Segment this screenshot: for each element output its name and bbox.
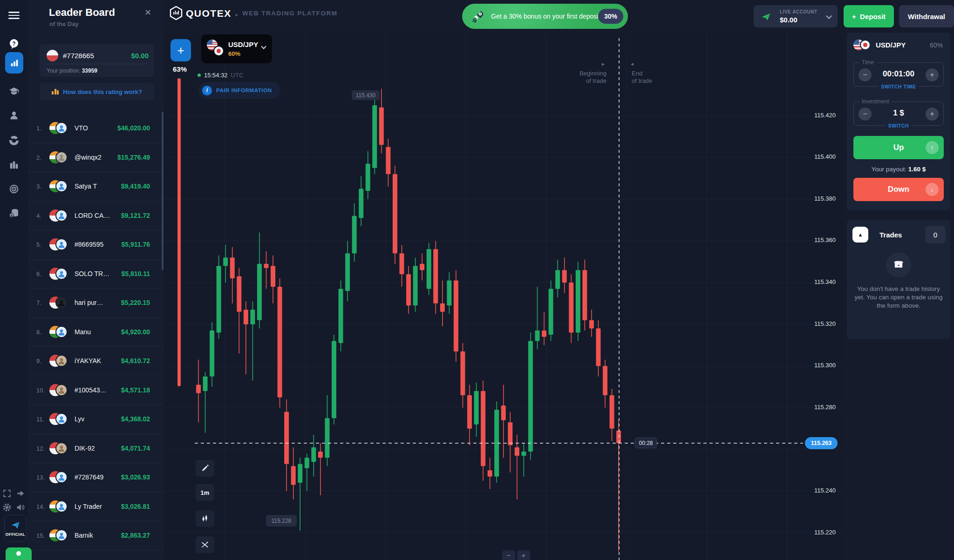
session-low-label: 115.228 — [266, 515, 297, 526]
user-amount: $0.00 — [131, 52, 149, 60]
trader-name: SOLO TR… — [75, 270, 109, 277]
deposit-button[interactable]: + Deposit — [844, 5, 894, 27]
leaderboard-row[interactable]: 14. Ly Trader $3,026.81 — [28, 493, 164, 522]
arrow-up-icon: ↑ — [926, 141, 939, 154]
leaderboard-row[interactable]: 7. hari pur… $5,220.15 — [28, 289, 164, 318]
avatar — [49, 180, 68, 193]
switch-link[interactable]: SWITCH — [886, 123, 912, 128]
sidebar-item-leaderboard[interactable] — [5, 52, 23, 74]
education-icon[interactable] — [0, 82, 28, 101]
leaderboard-row[interactable]: 9. iYAKYAK $4,610.72 — [28, 347, 164, 376]
candlestick-chart[interactable] — [164, 33, 843, 560]
price-axis-label: 115.220 — [803, 529, 836, 536]
menu-icon[interactable] — [8, 12, 20, 19]
trades-collapse-button[interactable]: ▲ — [852, 227, 868, 243]
avatar — [49, 413, 68, 425]
support-chat-button[interactable] — [6, 547, 32, 560]
price-axis-label: 115.380 — [803, 195, 836, 202]
profit-amount: $3,026.81 — [121, 503, 150, 510]
trader-name: Lyv — [75, 415, 84, 423]
avatar — [49, 471, 68, 484]
leaderboard-row[interactable]: 6. SOLO TR… $5,810.11 — [28, 260, 164, 289]
pair-information-button[interactable]: i PAIR INFORMATION — [198, 82, 280, 99]
leaderboard-title: Leader Board — [49, 7, 115, 19]
leaderboard-row[interactable]: 13. #7287649 $3,026.93 — [28, 463, 164, 493]
online-dot-icon — [198, 74, 201, 77]
profit-amount: $15,276.49 — [117, 154, 150, 161]
help-icon[interactable]: ? — [0, 34, 28, 53]
rank-label: 9. — [36, 358, 41, 364]
leaderboard-row[interactable]: 3. Satya T $9,419.40 — [28, 172, 164, 202]
leaderboard-row[interactable]: 10. #100543… $4,571.18 — [28, 376, 164, 405]
empty-box-icon — [886, 252, 911, 277]
up-button[interactable]: Up ↑ — [853, 136, 944, 159]
zoom-in-button[interactable]: + — [517, 550, 530, 560]
leaderboard-row[interactable]: 2. @winqx2 $15,276.49 — [28, 143, 164, 173]
rating-info-link[interactable]: How does this rating work? — [40, 83, 154, 101]
down-button[interactable]: Down ↓ — [853, 178, 944, 201]
indicators-button[interactable] — [196, 536, 214, 553]
avatar-icon — [55, 500, 68, 513]
panel-payout-percent: 60% — [930, 41, 943, 49]
rank-label: 13. — [36, 474, 45, 481]
chart-type-button[interactable] — [196, 510, 214, 527]
profit-amount: $4,368.02 — [121, 415, 150, 423]
official-telegram-badge[interactable]: OFFICIAL — [4, 515, 27, 542]
bonuses-icon[interactable]: $ — [0, 204, 28, 223]
leaderboard-row[interactable]: 4. LORD CA… $9,121.72 — [28, 202, 164, 231]
add-asset-button[interactable]: + — [170, 39, 191, 61]
zoom-out-button[interactable]: − — [502, 550, 515, 560]
price-axis-label: 115.340 — [803, 278, 836, 285]
avatar-icon — [55, 122, 68, 134]
signals-icon[interactable] — [0, 180, 28, 198]
profit-amount: $46,020.00 — [117, 124, 150, 132]
investment-increase-button[interactable]: + — [926, 108, 939, 121]
official-label: OFFICIAL — [6, 532, 25, 537]
trader-name: hari pur… — [75, 299, 103, 306]
leaderboard-row[interactable]: 11. Lyv $4,368.02 — [28, 405, 164, 434]
withdrawal-button[interactable]: Withdrawal — [899, 5, 954, 27]
user-position: Your position: 33959 — [47, 67, 97, 74]
leaderboard-row[interactable]: 15. Barnik $2,863.27 — [28, 521, 164, 551]
leaderboard-row[interactable]: 8. Manu $4,920.00 — [28, 318, 164, 347]
avatar-icon — [55, 413, 68, 425]
begin-marker-icon: ► — [601, 61, 606, 67]
avatar — [49, 122, 68, 135]
avatar-icon — [55, 297, 68, 309]
draw-tool-button[interactable] — [196, 460, 214, 477]
rank-label: 4. — [36, 212, 41, 219]
pencil-icon — [201, 464, 209, 472]
leaderboard-row[interactable]: 5. #8669595 $5,911.76 — [28, 230, 164, 260]
leaderboard-row[interactable]: 12. DIK-92 $4,071.74 — [28, 434, 164, 464]
market-icon[interactable] — [0, 155, 28, 174]
sound-icon[interactable] — [7, 498, 34, 517]
scrollbar[interactable] — [162, 112, 164, 270]
end-marker-icon: ◄ — [630, 61, 634, 67]
end-of-trade-label: End of trade — [632, 70, 674, 85]
account-icon[interactable] — [0, 106, 28, 125]
investment-field: Investment − 1 $ + SWITCH — [853, 101, 944, 126]
rank-label: 11. — [36, 416, 44, 423]
time-increase-button[interactable]: + — [926, 68, 939, 81]
arrow-down-icon: ↓ — [926, 183, 939, 196]
avatar — [49, 326, 68, 338]
rank-label: 14. — [36, 503, 45, 510]
timeframe-button[interactable]: 1m — [196, 484, 214, 501]
trader-name: iYAKYAK — [75, 357, 101, 364]
trades-card: ▲ Trades 0 You don't have a trade histor… — [847, 220, 950, 339]
switch-time-link[interactable]: SWITCH TIME — [879, 84, 919, 89]
analytics-icon[interactable] — [0, 131, 28, 150]
pair-selector[interactable]: USD/JPY 60% — [201, 34, 272, 63]
close-icon[interactable]: ✕ — [144, 7, 151, 18]
svg-text:?: ? — [12, 40, 15, 47]
avatar — [49, 442, 68, 455]
trader-name: #8669595 — [75, 241, 103, 248]
info-icon: i — [202, 86, 212, 95]
leaderboard-row[interactable]: 1. VTO $46,020.00 — [28, 114, 164, 143]
sentiment-bar — [177, 78, 181, 386]
pair-flags — [853, 39, 871, 51]
bonus-banner[interactable]: Get a 30% bonus on your first deposit 30… — [462, 4, 628, 29]
account-selector[interactable]: LIVE ACCOUNT $0.00 — [754, 5, 838, 27]
profit-amount: $5,810.11 — [121, 270, 150, 277]
avatar — [49, 297, 68, 309]
